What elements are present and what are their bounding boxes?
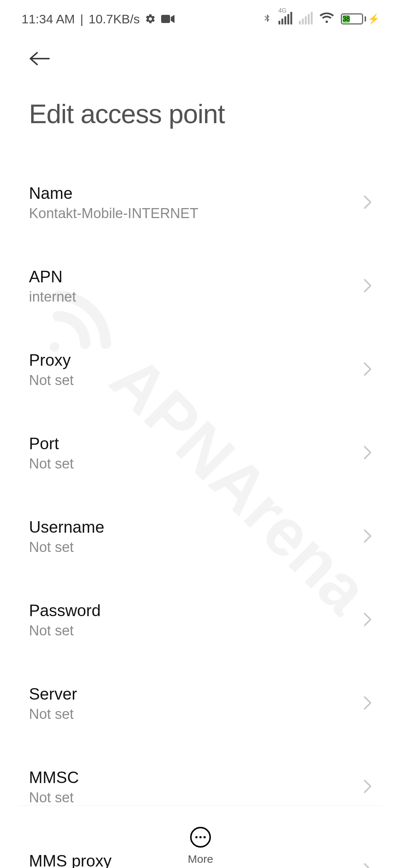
status-bar: 11:34 AM | 10.7KB/s 4G 38 ⚡ bbox=[0, 0, 401, 33]
row-value: internet bbox=[29, 289, 76, 305]
gear-icon bbox=[145, 13, 156, 24]
status-time: 11:34 AM bbox=[22, 12, 75, 26]
charging-icon: ⚡ bbox=[368, 13, 379, 25]
video-icon bbox=[161, 14, 175, 24]
row-mmsc[interactable]: MMSC Not set bbox=[29, 753, 372, 821]
bluetooth-icon bbox=[262, 11, 272, 27]
chevron-right-icon bbox=[363, 612, 372, 628]
back-button[interactable] bbox=[29, 47, 51, 70]
svg-rect-0 bbox=[161, 15, 170, 23]
row-port[interactable]: Port Not set bbox=[29, 420, 372, 487]
page-title: Edit access point bbox=[29, 99, 372, 129]
row-value: Not set bbox=[29, 790, 79, 806]
row-value: Not set bbox=[29, 456, 74, 472]
status-data-rate: 10.7KB/s bbox=[89, 12, 140, 26]
chevron-right-icon bbox=[363, 779, 372, 795]
network-label: 4G bbox=[278, 7, 286, 14]
row-label: MMSC bbox=[29, 768, 79, 787]
row-label: Proxy bbox=[29, 351, 74, 369]
row-name[interactable]: Name Kontakt-Mobile-INTERNET bbox=[29, 169, 372, 237]
row-value: Not set bbox=[29, 623, 101, 639]
signal-secondary-icon bbox=[299, 13, 313, 24]
row-label: Server bbox=[29, 685, 77, 703]
header: Edit access point bbox=[0, 33, 401, 129]
row-value: Kontakt-Mobile-INTERNET bbox=[29, 206, 198, 221]
row-password[interactable]: Password Not set bbox=[29, 586, 372, 654]
chevron-right-icon bbox=[363, 195, 372, 211]
chevron-right-icon bbox=[363, 696, 372, 712]
row-server[interactable]: Server Not set bbox=[29, 670, 372, 738]
row-value: Not set bbox=[29, 539, 104, 555]
battery-percent: 38 bbox=[343, 15, 350, 23]
row-label: Username bbox=[29, 518, 104, 536]
row-label: Name bbox=[29, 184, 198, 203]
more-icon bbox=[190, 827, 211, 848]
chevron-right-icon bbox=[363, 529, 372, 545]
row-value: Not set bbox=[29, 706, 77, 722]
row-proxy[interactable]: Proxy Not set bbox=[29, 336, 372, 404]
row-label: APN bbox=[29, 267, 76, 286]
chevron-right-icon bbox=[363, 362, 372, 378]
status-right: 4G 38 ⚡ bbox=[262, 11, 379, 27]
row-username[interactable]: Username Not set bbox=[29, 503, 372, 571]
row-apn[interactable]: APN internet bbox=[29, 253, 372, 320]
more-label: More bbox=[188, 853, 213, 865]
row-label: Port bbox=[29, 434, 74, 453]
row-value: Not set bbox=[29, 372, 74, 388]
chevron-right-icon bbox=[363, 278, 372, 295]
status-left: 11:34 AM | 10.7KB/s bbox=[22, 12, 175, 26]
wifi-icon bbox=[319, 12, 334, 26]
more-button[interactable]: More bbox=[0, 827, 401, 865]
signal-primary-icon: 4G bbox=[278, 13, 292, 24]
settings-list: Name Kontakt-Mobile-INTERNET APN interne… bbox=[0, 129, 401, 868]
battery-icon: 38 ⚡ bbox=[341, 13, 379, 25]
status-separator: | bbox=[80, 12, 84, 26]
row-label: Password bbox=[29, 601, 101, 620]
chevron-right-icon bbox=[363, 445, 372, 461]
